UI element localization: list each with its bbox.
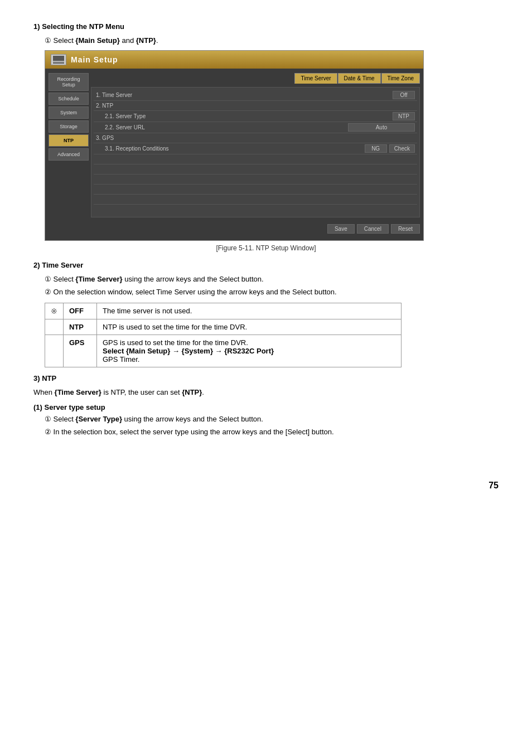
desc-ntp: NTP is used to set the time for the time…: [97, 319, 402, 335]
empty-row-1: [94, 154, 417, 164]
empty-row-6: [94, 205, 417, 215]
sidebar-item-system[interactable]: System: [49, 106, 89, 119]
key-off: OFF: [64, 303, 97, 319]
section2-step1: ① Select {Time Server} using the arrow k…: [45, 275, 499, 283]
settings-area: 1. Time Server Off 2. NTP 2.1. Server Ty…: [91, 87, 420, 217]
setting-value-1[interactable]: Off: [393, 91, 415, 99]
page-number: 75: [33, 481, 499, 491]
star-cell-3: [45, 335, 64, 367]
setting-row-5: 3. GPS: [94, 133, 417, 143]
sidebar-item-schedule[interactable]: Schedule: [49, 93, 89, 105]
empty-row-2: [94, 164, 417, 175]
setting-row-2: 2. NTP: [94, 101, 417, 111]
dvr-tab-bar: Time Server Date & Time Time Zone: [91, 73, 420, 84]
info-table: ※ OFF The time server is not used. NTP N…: [45, 303, 402, 367]
reset-button[interactable]: Reset: [391, 224, 420, 234]
dvr-title-text: Main Setup: [71, 55, 118, 64]
setting-row-1: 1. Time Server Off: [94, 90, 417, 101]
setting-value-3[interactable]: NTP: [393, 112, 415, 120]
tab-date-time[interactable]: Date & Time: [338, 73, 381, 84]
setting-label-5: 3. GPS: [96, 135, 415, 141]
section3-step1: ① Select {Server Type} using the arrow k…: [45, 415, 499, 423]
sidebar-item-recording[interactable]: RecordingSetup: [49, 73, 89, 91]
setting-value-6[interactable]: NG: [365, 144, 387, 153]
setting-label-1: 1. Time Server: [96, 92, 393, 98]
setting-label-2: 2. NTP: [96, 103, 415, 109]
empty-row-5: [94, 195, 417, 205]
star-cell-1: ※: [45, 303, 64, 319]
setting-label-4: 2.2. Server URL: [96, 124, 348, 130]
save-button[interactable]: Save: [327, 224, 355, 234]
desc-off: The time server is not used.: [97, 303, 402, 319]
dvr-titlebar: Main Setup: [45, 51, 423, 69]
star-cell-2: [45, 319, 64, 335]
setting-value-4[interactable]: Auto: [348, 123, 415, 132]
table-row-gps: GPS GPS is used to set the time for the …: [45, 335, 402, 367]
dvr-sidebar: RecordingSetup Schedule System Storage N…: [49, 73, 89, 217]
key-gps: GPS: [64, 335, 97, 367]
section2-title: 2) Time Server: [33, 261, 499, 269]
setting-label-3: 2.1. Server Type: [96, 113, 393, 119]
check-button[interactable]: Check: [389, 144, 415, 153]
sidebar-item-storage[interactable]: Storage: [49, 120, 89, 133]
dvr-icon: [51, 54, 66, 65]
section2-step2: ② On the selection window, select Time S…: [45, 288, 499, 296]
section2-steps: ① Select {Time Server} using the arrow k…: [33, 275, 499, 296]
tab-time-server[interactable]: Time Server: [294, 73, 337, 84]
setting-row-6: 3.1. Reception Conditions NG Check: [94, 143, 417, 154]
sidebar-item-advanced[interactable]: Advanced: [49, 148, 89, 161]
desc-gps: GPS is used to set the time for the time…: [97, 335, 402, 367]
tab-time-zone[interactable]: Time Zone: [381, 73, 420, 84]
table-row-off: ※ OFF The time server is not used.: [45, 303, 402, 319]
section3-step2: ② In the selection box, select the serve…: [45, 428, 499, 436]
figure-caption: [Figure 5-11. NTP Setup Window]: [33, 244, 499, 252]
setting-row-4: 2.2. Server URL Auto: [94, 122, 417, 133]
dvr-window: Main Setup RecordingSetup Schedule Syste…: [45, 50, 424, 241]
section3-desc: When {Time Server} is NTP, the user can …: [33, 388, 499, 396]
key-ntp: NTP: [64, 319, 97, 335]
sidebar-item-ntp[interactable]: NTP: [49, 134, 89, 147]
setting-label-6: 3.1. Reception Conditions: [96, 146, 365, 152]
section3-title: 3) NTP: [33, 374, 499, 382]
table-row-ntp: NTP NTP is used to set the time for the …: [45, 319, 402, 335]
section1-step1: ① Select {Main Setup} and {NTP}.: [45, 36, 499, 45]
section3-sub-title: (1) Server type setup: [33, 403, 499, 411]
dvr-main-panel: Time Server Date & Time Time Zone 1. Tim…: [91, 73, 420, 217]
section1-title: 1) Selecting the NTP Menu: [33, 22, 499, 31]
setting-row-3: 2.1. Server Type NTP: [94, 111, 417, 122]
dvr-footer: Save Cancel Reset: [45, 222, 423, 235]
empty-row-4: [94, 185, 417, 195]
cancel-button[interactable]: Cancel: [357, 224, 389, 234]
empty-row-3: [94, 175, 417, 185]
